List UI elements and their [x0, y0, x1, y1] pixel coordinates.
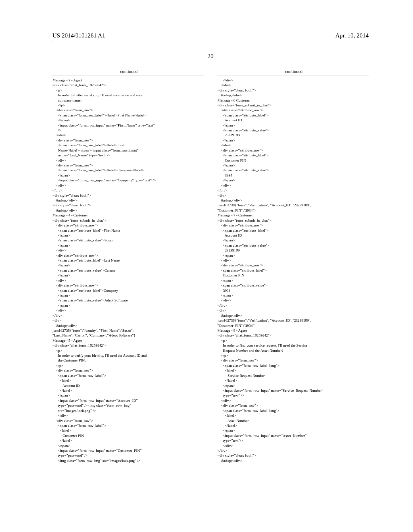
- left-column: -continued Message - 3 - Agent <div clas…: [52, 67, 204, 463]
- doc-number: US 2014/0101261 A1: [52, 32, 105, 39]
- continued-header-right: -continued: [217, 67, 369, 75]
- header-rule: [52, 41, 369, 42]
- page-number: 20: [52, 53, 369, 60]
- continued-header-left: -continued: [52, 67, 204, 75]
- right-column: -continued </div> </div> <div style="cle…: [217, 67, 369, 463]
- code-listing-left: Message - 3 - Agent <div class="chat_for…: [52, 78, 204, 463]
- code-listing-right: </div> </div> <div style="clear: both;">…: [217, 78, 369, 463]
- page-header: US 2014/0101261 A1 Apr. 10, 2014: [52, 32, 369, 39]
- doc-date: Apr. 10, 2014: [336, 32, 369, 39]
- two-column-body: -continued Message - 3 - Agent <div clas…: [52, 67, 369, 463]
